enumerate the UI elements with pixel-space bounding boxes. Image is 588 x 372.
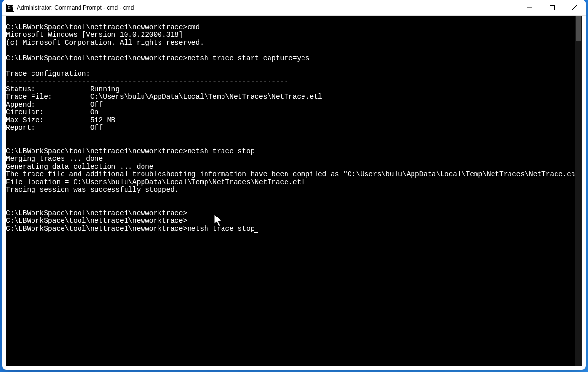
svg-rect-5: [550, 5, 555, 10]
scrollbar[interactable]: [575, 16, 582, 366]
console-area[interactable]: C:\LBWorkSpace\tool\nettrace1\newworktra…: [6, 16, 582, 366]
window-title: Administrator: Command Prompt - cmd - cm…: [17, 4, 519, 11]
maximize-icon: [550, 5, 555, 10]
scrollbar-thumb[interactable]: [576, 16, 581, 41]
text-cursor: [254, 232, 258, 232]
current-prompt: C:\LBWorkSpace\tool\nettrace1\newworktra…: [6, 225, 187, 232]
close-icon: [572, 5, 577, 10]
current-input: netsh trace stop: [187, 225, 254, 232]
window-controls: [519, 0, 586, 15]
maximize-button[interactable]: [541, 0, 563, 15]
svg-text:C:\: C:\: [8, 6, 14, 10]
minimize-button[interactable]: [519, 0, 541, 15]
titlebar[interactable]: C:\ Administrator: Command Prompt - cmd …: [2, 0, 586, 16]
close-button[interactable]: [563, 0, 586, 15]
minimize-icon: [527, 5, 532, 10]
console-output: C:\LBWorkSpace\tool\nettrace1\newworktra…: [6, 16, 582, 232]
cmd-icon: C:\: [6, 4, 14, 12]
command-prompt-window: C:\ Administrator: Command Prompt - cmd …: [2, 0, 586, 370]
